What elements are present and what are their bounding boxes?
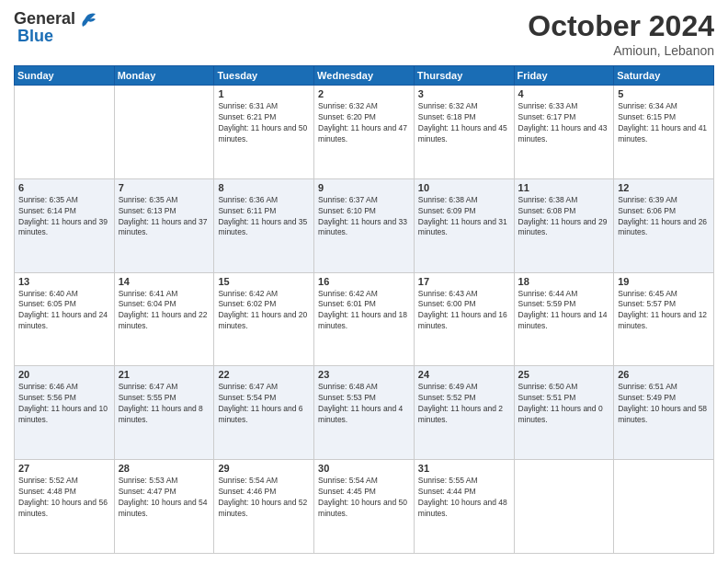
day-number: 31	[418, 463, 510, 474]
calendar-cell: 12Sunrise: 6:39 AMSunset: 6:06 PMDayligh…	[614, 178, 714, 272]
calendar-cell: 5Sunrise: 6:34 AMSunset: 6:15 PMDaylight…	[614, 86, 714, 179]
calendar-cell: 3Sunrise: 6:32 AMSunset: 6:18 PMDaylight…	[414, 86, 514, 179]
calendar-cell: 14Sunrise: 6:41 AMSunset: 6:04 PMDayligh…	[114, 272, 214, 366]
day-info: Sunrise: 5:54 AMSunset: 4:45 PMDaylight:…	[318, 476, 410, 520]
day-number: 12	[618, 182, 710, 193]
page-header: General Blue October 2024 Amioun, Lebano…	[14, 9, 714, 58]
day-number: 10	[418, 182, 510, 193]
calendar-cell: 16Sunrise: 6:42 AMSunset: 6:01 PMDayligh…	[314, 272, 415, 366]
day-number: 22	[218, 369, 310, 380]
day-info: Sunrise: 6:44 AMSunset: 5:59 PMDaylight:…	[518, 289, 610, 333]
day-info: Sunrise: 6:33 AMSunset: 6:17 PMDaylight:…	[518, 101, 610, 145]
day-info: Sunrise: 6:51 AMSunset: 5:49 PMDaylight:…	[618, 382, 710, 426]
day-info: Sunrise: 6:50 AMSunset: 5:51 PMDaylight:…	[518, 382, 610, 426]
day-number: 16	[318, 276, 410, 287]
day-info: Sunrise: 6:48 AMSunset: 5:53 PMDaylight:…	[318, 382, 410, 426]
calendar-day-header: Tuesday	[214, 66, 314, 86]
calendar-cell: 1Sunrise: 6:31 AMSunset: 6:21 PMDaylight…	[214, 86, 314, 179]
calendar-cell: 7Sunrise: 6:35 AMSunset: 6:13 PMDaylight…	[114, 178, 214, 272]
calendar-cell: 4Sunrise: 6:33 AMSunset: 6:17 PMDaylight…	[514, 86, 614, 179]
day-info: Sunrise: 6:36 AMSunset: 6:11 PMDaylight:…	[218, 195, 310, 239]
calendar-cell: 23Sunrise: 6:48 AMSunset: 5:53 PMDayligh…	[314, 366, 415, 460]
calendar-day-header: Sunday	[15, 66, 115, 86]
calendar-cell: 10Sunrise: 6:38 AMSunset: 6:09 PMDayligh…	[414, 178, 514, 272]
calendar-day-header: Wednesday	[314, 66, 415, 86]
day-number: 1	[218, 88, 310, 99]
day-info: Sunrise: 6:41 AMSunset: 6:04 PMDaylight:…	[119, 289, 210, 333]
calendar-cell: 21Sunrise: 6:47 AMSunset: 5:55 PMDayligh…	[114, 366, 214, 460]
day-info: Sunrise: 6:35 AMSunset: 6:14 PMDaylight:…	[18, 195, 110, 239]
calendar-header-row: SundayMondayTuesdayWednesdayThursdayFrid…	[15, 66, 714, 86]
calendar-week-row: 1Sunrise: 6:31 AMSunset: 6:21 PMDaylight…	[15, 86, 714, 179]
day-number: 7	[119, 182, 210, 193]
day-info: Sunrise: 6:32 AMSunset: 6:20 PMDaylight:…	[318, 101, 410, 145]
day-info: Sunrise: 6:47 AMSunset: 5:54 PMDaylight:…	[218, 382, 310, 426]
day-number: 18	[518, 276, 610, 287]
day-number: 5	[618, 88, 710, 99]
day-info: Sunrise: 6:49 AMSunset: 5:52 PMDaylight:…	[418, 382, 510, 426]
calendar-cell: 9Sunrise: 6:37 AMSunset: 6:10 PMDaylight…	[314, 178, 415, 272]
day-number: 3	[418, 88, 510, 99]
day-number: 25	[518, 369, 610, 380]
calendar-cell: 20Sunrise: 6:46 AMSunset: 5:56 PMDayligh…	[15, 366, 115, 460]
logo: General Blue	[14, 9, 97, 46]
day-number: 15	[218, 276, 310, 287]
calendar-cell: 8Sunrise: 6:36 AMSunset: 6:11 PMDaylight…	[214, 178, 314, 272]
calendar-week-row: 6Sunrise: 6:35 AMSunset: 6:14 PMDaylight…	[15, 178, 714, 272]
calendar-cell: 22Sunrise: 6:47 AMSunset: 5:54 PMDayligh…	[214, 366, 314, 460]
day-number: 14	[119, 276, 210, 287]
day-info: Sunrise: 6:43 AMSunset: 6:00 PMDaylight:…	[418, 289, 510, 333]
calendar-cell: 13Sunrise: 6:40 AMSunset: 6:05 PMDayligh…	[15, 272, 115, 366]
calendar-week-row: 27Sunrise: 5:52 AMSunset: 4:48 PMDayligh…	[15, 460, 714, 554]
day-info: Sunrise: 5:55 AMSunset: 4:44 PMDaylight:…	[418, 476, 510, 520]
day-number: 24	[418, 369, 510, 380]
calendar-cell: 18Sunrise: 6:44 AMSunset: 5:59 PMDayligh…	[514, 272, 614, 366]
calendar-cell: 28Sunrise: 5:53 AMSunset: 4:47 PMDayligh…	[114, 460, 214, 554]
day-info: Sunrise: 5:52 AMSunset: 4:48 PMDaylight:…	[18, 476, 110, 520]
day-number: 6	[18, 182, 110, 193]
day-number: 26	[618, 369, 710, 380]
day-info: Sunrise: 6:38 AMSunset: 6:08 PMDaylight:…	[518, 195, 610, 239]
day-info: Sunrise: 6:35 AMSunset: 6:13 PMDaylight:…	[119, 195, 210, 239]
calendar-week-row: 13Sunrise: 6:40 AMSunset: 6:05 PMDayligh…	[15, 272, 714, 366]
calendar-cell: 24Sunrise: 6:49 AMSunset: 5:52 PMDayligh…	[414, 366, 514, 460]
day-number: 21	[119, 369, 210, 380]
calendar-cell	[15, 86, 115, 179]
calendar-cell: 31Sunrise: 5:55 AMSunset: 4:44 PMDayligh…	[414, 460, 514, 554]
calendar-cell: 25Sunrise: 6:50 AMSunset: 5:51 PMDayligh…	[514, 366, 614, 460]
day-info: Sunrise: 5:53 AMSunset: 4:47 PMDaylight:…	[119, 476, 210, 520]
day-info: Sunrise: 6:47 AMSunset: 5:55 PMDaylight:…	[119, 382, 210, 426]
day-info: Sunrise: 6:31 AMSunset: 6:21 PMDaylight:…	[218, 101, 310, 145]
calendar-cell: 11Sunrise: 6:38 AMSunset: 6:08 PMDayligh…	[514, 178, 614, 272]
logo-general-text: General	[14, 9, 75, 29]
calendar-cell: 27Sunrise: 5:52 AMSunset: 4:48 PMDayligh…	[15, 460, 115, 554]
day-info: Sunrise: 6:38 AMSunset: 6:09 PMDaylight:…	[418, 195, 510, 239]
day-number: 2	[318, 88, 410, 99]
month-title: October 2024	[528, 9, 714, 43]
calendar-cell: 30Sunrise: 5:54 AMSunset: 4:45 PMDayligh…	[314, 460, 415, 554]
calendar-page: General Blue October 2024 Amioun, Lebano…	[0, 0, 728, 563]
day-number: 19	[618, 276, 710, 287]
day-number: 28	[119, 463, 210, 474]
day-number: 29	[218, 463, 310, 474]
day-number: 27	[18, 463, 110, 474]
calendar-day-header: Saturday	[614, 66, 714, 86]
calendar-cell	[514, 460, 614, 554]
day-info: Sunrise: 6:39 AMSunset: 6:06 PMDaylight:…	[618, 195, 710, 239]
calendar-cell: 2Sunrise: 6:32 AMSunset: 6:20 PMDaylight…	[314, 86, 415, 179]
calendar-cell: 19Sunrise: 6:45 AMSunset: 5:57 PMDayligh…	[614, 272, 714, 366]
calendar-cell: 26Sunrise: 6:51 AMSunset: 5:49 PMDayligh…	[614, 366, 714, 460]
day-info: Sunrise: 6:34 AMSunset: 6:15 PMDaylight:…	[618, 101, 710, 145]
calendar-cell: 6Sunrise: 6:35 AMSunset: 6:14 PMDaylight…	[15, 178, 115, 272]
calendar-cell: 15Sunrise: 6:42 AMSunset: 6:02 PMDayligh…	[214, 272, 314, 366]
day-info: Sunrise: 5:54 AMSunset: 4:46 PMDaylight:…	[218, 476, 310, 520]
day-info: Sunrise: 6:42 AMSunset: 6:01 PMDaylight:…	[318, 289, 410, 333]
day-number: 23	[318, 369, 410, 380]
day-info: Sunrise: 6:40 AMSunset: 6:05 PMDaylight:…	[18, 289, 110, 333]
day-number: 9	[318, 182, 410, 193]
day-number: 13	[18, 276, 110, 287]
day-number: 30	[318, 463, 410, 474]
day-info: Sunrise: 6:32 AMSunset: 6:18 PMDaylight:…	[418, 101, 510, 145]
day-info: Sunrise: 6:42 AMSunset: 6:02 PMDaylight:…	[218, 289, 310, 333]
calendar-cell	[614, 460, 714, 554]
